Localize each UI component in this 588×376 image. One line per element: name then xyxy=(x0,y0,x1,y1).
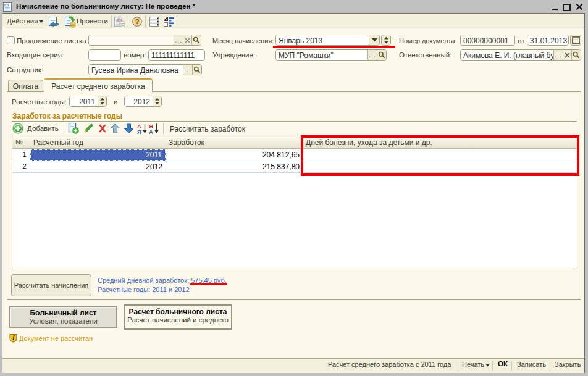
svg-text:А: А xyxy=(149,128,153,135)
svg-text:?: ? xyxy=(135,18,140,25)
svg-text:Я: Я xyxy=(137,128,141,135)
